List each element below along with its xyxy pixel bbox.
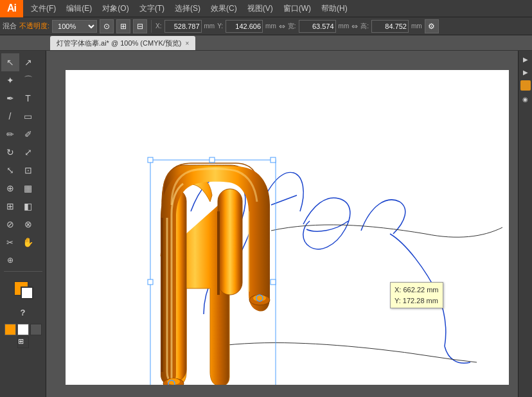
right-panel-btn1[interactable]: ▶ <box>520 66 531 78</box>
pencil-tool[interactable]: ✐ <box>19 125 37 143</box>
blend-label: 混合 <box>3 21 17 31</box>
menu-bar: Ai 文件(F) 编辑(E) 对象(O) 文字(T) 选择(S) 效果(C) 视… <box>0 0 532 17</box>
menu-file[interactable]: 文件(F) <box>26 0 61 17</box>
canvas-area[interactable]: X: 662.22 mm Y: 172.28 mm <box>46 51 518 397</box>
opacity-label: 不透明度: <box>19 21 49 31</box>
question-tool[interactable]: ? <box>14 303 32 321</box>
tooltip-y-label: Y: <box>395 297 401 304</box>
swatch-white[interactable] <box>17 324 29 335</box>
direct-selection-tool[interactable]: ↗ <box>19 53 37 71</box>
h-unit: mm <box>411 22 422 30</box>
coordinate-tooltip: X: 662.22 mm Y: 172.28 mm <box>390 282 443 308</box>
menu-help[interactable]: 帮助(H) <box>316 0 353 17</box>
tab-close[interactable]: × <box>186 40 190 47</box>
settings-icon[interactable]: ⚙ <box>425 19 439 33</box>
color-section <box>9 276 37 301</box>
app-logo: Ai <box>0 0 23 17</box>
right-panel-btn2[interactable]: ◉ <box>520 93 531 105</box>
swatch-orange[interactable] <box>4 324 16 335</box>
menu-view[interactable]: 视图(V) <box>242 0 278 17</box>
menu-object[interactable]: 对象(O) <box>97 0 134 17</box>
svg-rect-10 <box>148 279 153 285</box>
free-transform-tool[interactable]: ⊡ <box>19 161 37 179</box>
rect-tool[interactable]: ▭ <box>19 107 37 125</box>
transform-icon[interactable]: ⊟ <box>133 19 147 33</box>
tooltip-x: X: 662.22 mm <box>395 285 439 296</box>
swatch-row <box>4 324 42 335</box>
toolbar: ↖ ↗ ✦ ⌒ ✒ T / ▭ ✏ ✐ ↻ ⤢ ⤡ ⊡ ⊕ ▦ <box>0 51 46 397</box>
right-panel: ▶ ▶ ◉ <box>518 51 532 397</box>
magic-wand-tool[interactable]: ✦ <box>1 71 19 89</box>
link-icon: ⇔ <box>279 22 285 31</box>
menu-items: 文件(F) 编辑(E) 对象(O) 文字(T) 选择(S) 效果(C) 视图(V… <box>23 0 353 17</box>
line-tool[interactable]: / <box>1 107 19 125</box>
column-graph-tool[interactable]: ▦ <box>19 179 37 197</box>
right-panel-toggle[interactable]: ▶ <box>520 53 531 65</box>
tooltip-y-value: 172.28 mm <box>403 297 438 304</box>
mesh-tool[interactable]: ⊞ <box>1 197 19 215</box>
svg-rect-9 <box>270 157 276 163</box>
opacity-select[interactable]: 100% <box>52 20 97 33</box>
eyedropper-tool[interactable]: ⊘ <box>1 215 19 233</box>
link-icon2: ⇔ <box>351 22 358 31</box>
warp-tool[interactable]: ⤡ <box>1 161 19 179</box>
tooltip-y: Y: 172.28 mm <box>395 296 439 306</box>
tooltip-x-value: 662.22 mm <box>403 286 438 294</box>
main-layout: ↖ ↗ ✦ ⌒ ✒ T / ▭ ✏ ✐ ↻ ⤢ ⤡ ⊡ ⊕ ▦ <box>0 51 532 397</box>
grid-icon[interactable]: ⊞ <box>17 337 29 348</box>
y-label: Y: <box>217 22 223 30</box>
swatch-row2: ⊞ <box>17 337 29 348</box>
selection-tool[interactable]: ↖ <box>1 53 19 71</box>
rotate-tool[interactable]: ↻ <box>1 143 19 161</box>
neon-tube <box>161 163 270 385</box>
pen-tool[interactable]: ✒ <box>1 89 19 107</box>
options-bar: 混合 不透明度: 100% ⊙ ⊞ ⊟ X: mm Y: mm ⇔ 宽: mm … <box>0 17 532 35</box>
w-label: 宽: <box>288 22 296 31</box>
h-label: 高: <box>360 22 369 31</box>
h-input[interactable] <box>371 20 409 33</box>
tool-separator <box>4 271 42 272</box>
hand-tool[interactable]: ✋ <box>19 233 37 251</box>
menu-window[interactable]: 窗口(W) <box>278 0 316 17</box>
menu-effect[interactable]: 效果(C) <box>206 0 242 17</box>
x-label: X: <box>155 22 161 30</box>
blend-tool[interactable]: ⊗ <box>19 215 37 233</box>
menu-type[interactable]: 文字(T) <box>134 0 170 17</box>
placeholder-tool <box>19 251 37 269</box>
tab-bar: 灯管字体临摹.ai* @ 100% (CMYK/预览) × <box>0 35 532 51</box>
symbol-sprayer-tool[interactable]: ⊕ <box>1 179 19 197</box>
menu-select[interactable]: 选择(S) <box>170 0 206 17</box>
y-unit: mm <box>265 22 276 30</box>
color-panel-icon[interactable] <box>520 80 531 91</box>
svg-rect-8 <box>209 157 215 163</box>
swatch-gray[interactable] <box>30 324 42 335</box>
view-icon[interactable]: ⊙ <box>100 19 114 33</box>
paintbrush-tool[interactable]: ✏ <box>1 125 19 143</box>
lasso-tool[interactable]: ⌒ <box>19 71 37 89</box>
scissors-tool[interactable]: ✂ <box>1 233 19 251</box>
svg-rect-1 <box>218 189 242 295</box>
w-unit: mm <box>339 22 350 30</box>
text-tool[interactable]: T <box>19 89 37 107</box>
menu-edit[interactable]: 编辑(E) <box>61 0 97 17</box>
x-input[interactable] <box>164 20 202 33</box>
svg-point-5 <box>253 295 266 301</box>
scale-tool[interactable]: ⤢ <box>19 143 37 161</box>
y-input[interactable] <box>226 20 263 33</box>
svg-rect-7 <box>148 157 153 163</box>
svg-rect-11 <box>270 279 276 285</box>
zoom-tool[interactable]: ⊕ <box>1 251 19 269</box>
artwork <box>66 70 509 385</box>
gradient-tool[interactable]: ◧ <box>19 197 37 215</box>
align-icon[interactable]: ⊞ <box>116 19 130 33</box>
stroke-color[interactable] <box>21 287 33 299</box>
tool-row-1: ↖ ↗ <box>1 53 45 71</box>
document-canvas: X: 662.22 mm Y: 172.28 mm <box>66 70 509 385</box>
document-tab[interactable]: 灯管字体临摹.ai* @ 100% (CMYK/预览) × <box>50 36 195 50</box>
tab-title: 灯管字体临摹.ai* @ 100% (CMYK/预览) <box>57 39 182 48</box>
x-unit: mm <box>204 22 215 30</box>
tooltip-x-label: X: <box>395 286 401 294</box>
w-input[interactable] <box>299 20 336 33</box>
divider <box>151 20 152 33</box>
